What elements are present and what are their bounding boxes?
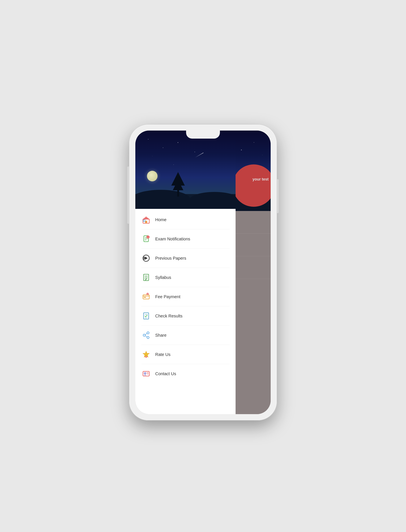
svg-rect-12 [143,220,145,222]
check-results-icon [141,311,151,321]
drawer-tree [171,172,185,197]
menu-item-previous-papers[interactable]: Previous Papers [135,250,236,267]
fee-payment-icon [141,292,151,302]
menu-label-fee-payment: Fee Payment [155,294,180,299]
syllabus-icon [141,273,151,282]
svg-line-41 [145,336,147,337]
svg-point-40 [143,334,145,336]
drawer-hero [135,131,236,209]
divider-3 [141,268,230,268]
your-test-text: your test [253,177,268,182]
svg-rect-31 [144,297,146,298]
svg-point-50 [145,374,145,374]
phone-screen: your test 🧑‍🔬 Physics 🧑‍💻 Computer Scien… [135,131,271,414]
menu-item-home[interactable]: Home [135,211,236,228]
svg-marker-22 [145,257,148,260]
divider-5 [141,306,230,306]
menu-label-rate-us: Rate Us [155,352,170,357]
menu-label-check-results: Check Results [155,314,182,318]
notch [186,131,220,139]
drawer-shooting-star [195,153,204,158]
nav-drawer: Home [135,131,236,414]
divider-2 [141,248,230,249]
svg-rect-29 [143,295,149,299]
exam-notifications-icon [141,234,151,244]
drawer-moon [147,171,158,181]
home-icon [141,215,151,224]
rate-us-icon [141,350,151,359]
drawer-hill-right [189,192,236,209]
menu-label-home: Home [155,217,167,222]
menu-label-exam-notifications: Exam Notifications [155,236,190,241]
divider-4 [141,287,230,287]
menu-item-check-results[interactable]: Check Results [135,307,236,325]
menu-item-rate-us[interactable]: Rate Us [135,346,236,363]
previous-papers-icon [141,253,151,263]
menu-label-contact-us: Contact Us [155,371,176,376]
share-icon [141,330,151,340]
menu-item-contact-us[interactable]: Contact Us [135,365,236,382]
menu-item-syllabus[interactable]: Syllabus [135,269,236,286]
menu-label-share: Share [155,333,167,338]
menu-item-fee-payment[interactable]: Fee Payment [135,288,236,305]
divider-8 [141,364,230,364]
svg-line-42 [145,333,147,335]
menu-label-previous-papers: Previous Papers [155,256,186,261]
svg-point-39 [147,336,149,339]
menu-label-syllabus: Syllabus [155,275,171,280]
divider-6 [141,325,230,326]
drawer-menu-list: Home [135,209,236,414]
svg-marker-10 [143,216,150,219]
contact-us-icon [141,369,151,379]
divider-1 [141,229,230,229]
menu-item-exam-notifications[interactable]: Exam Notifications [135,230,236,248]
svg-point-19 [148,237,148,238]
svg-rect-11 [145,221,147,223]
menu-item-share[interactable]: Share [135,326,236,344]
svg-point-38 [147,332,149,334]
